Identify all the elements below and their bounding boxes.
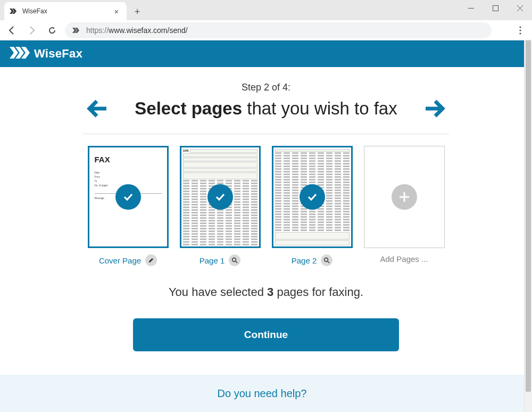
heading-text: Select pages that you wish to fax xyxy=(135,98,397,119)
tab-close-icon[interactable]: × xyxy=(112,7,121,16)
vertical-scrollbar[interactable] xyxy=(524,40,532,412)
selection-summary: You have selected 3 pages for faxing. xyxy=(0,285,532,299)
zoom-page2-button[interactable] xyxy=(321,254,332,266)
zoom-page1-button[interactable] xyxy=(229,254,240,266)
svg-rect-0 xyxy=(468,8,474,9)
url-text: https://www.wisefax.com/send/ xyxy=(86,26,188,35)
svg-point-3 xyxy=(519,29,521,31)
window-close-button[interactable] xyxy=(508,0,532,16)
continue-button[interactable]: Continue xyxy=(133,318,399,351)
new-tab-button[interactable]: + xyxy=(130,4,145,19)
thumb-page1-col: 1040 xyxy=(179,146,261,266)
add-icon xyxy=(392,184,417,210)
site-header: WiseFax xyxy=(0,40,532,67)
forward-button[interactable] xyxy=(24,23,39,38)
divider xyxy=(83,134,449,134)
back-button[interactable] xyxy=(4,23,19,38)
cover-page-thumb[interactable]: FAX Date From To No. of pages Message xyxy=(88,146,169,248)
svg-point-5 xyxy=(232,258,236,262)
window-controls xyxy=(459,0,532,16)
thumb-page2-col: Page 2 xyxy=(271,146,353,266)
help-bar[interactable]: Do you need help? xyxy=(0,375,524,412)
window-minimize-button[interactable] xyxy=(459,0,483,16)
page-heading: Select pages that you wish to fax xyxy=(0,97,532,120)
page-1-caption: Page 1 xyxy=(200,254,241,266)
selected-check-icon xyxy=(207,184,233,210)
svg-rect-1 xyxy=(493,5,498,11)
add-pages-thumb[interactable] xyxy=(364,146,445,248)
browser-toolbar: https://www.wisefax.com/send/ xyxy=(0,20,532,40)
main-content: Step 2 of 4: Select pages that you wish … xyxy=(0,67,532,351)
logo-chevrons-icon xyxy=(10,47,30,61)
tab-title: WiseFax xyxy=(22,7,107,15)
thumb-add-col: Add Pages ... xyxy=(363,146,445,266)
logo-text: WiseFax xyxy=(34,47,82,61)
site-logo[interactable]: WiseFax xyxy=(10,47,82,61)
edit-cover-button[interactable] xyxy=(145,254,157,266)
next-step-button[interactable] xyxy=(424,97,446,120)
selected-check-icon xyxy=(300,184,325,210)
step-indicator: Step 2 of 4: xyxy=(0,82,532,93)
svg-point-4 xyxy=(519,32,521,34)
thumb-cover-col: FAX Date From To No. of pages Message Co… xyxy=(87,146,169,266)
scrollbar-thumb[interactable] xyxy=(526,40,531,392)
reload-button[interactable] xyxy=(45,23,60,38)
window-maximize-button[interactable] xyxy=(483,0,508,16)
browser-menu-button[interactable] xyxy=(513,23,528,38)
site-favicon-icon xyxy=(72,26,81,35)
page-viewport: WiseFax Step 2 of 4: Select pages that y… xyxy=(0,40,532,412)
page-2-caption: Page 2 xyxy=(292,254,333,266)
svg-point-2 xyxy=(519,26,521,28)
window-titlebar: WiseFax × + xyxy=(0,0,532,20)
page-1-thumb[interactable]: 1040 xyxy=(180,146,261,248)
previous-step-button[interactable] xyxy=(86,97,108,120)
cover-page-caption: Cover Page xyxy=(99,254,157,266)
add-pages-caption: Add Pages ... xyxy=(380,254,428,263)
browser-tab[interactable]: WiseFax × xyxy=(4,2,127,20)
svg-point-6 xyxy=(325,258,328,262)
page-thumbnails: FAX Date From To No. of pages Message Co… xyxy=(0,146,532,266)
address-bar[interactable]: https://www.wisefax.com/send/ xyxy=(65,22,492,38)
tab-favicon-icon xyxy=(10,7,18,15)
page-2-thumb[interactable] xyxy=(272,146,353,248)
selected-check-icon xyxy=(115,184,141,210)
